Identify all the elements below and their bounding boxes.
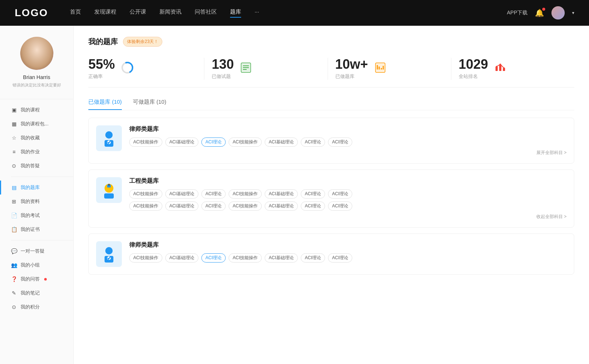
tag[interactable]: ACI基础理论 [265,201,298,211]
tags-row-2: ACI技能操作 ACI基础理论 ACI理论 ACI技能操作 ACI基础理论 AC… [129,253,567,263]
app-download-button[interactable]: APP下载 [507,10,528,16]
sidebar-divider [0,99,73,99]
accuracy-label: 正确率 [88,73,115,80]
tag[interactable]: ACI理论 [328,189,352,199]
page-title: 我的题库 [88,37,118,47]
profile-avatar[interactable] [20,37,53,70]
tab-available-banks[interactable]: 可做题库 (10) [133,99,166,110]
banks-icon [374,61,387,76]
sidebar-item-points[interactable]: ⊙ 我的积分 [11,300,73,314]
ranking-label: 全站排名 [459,73,488,80]
bank-icon-0 [96,125,122,151]
user-dropdown-arrow[interactable]: ▾ [572,10,574,15]
sidebar-item-notes[interactable]: ✎ 我的笔记 [11,286,73,300]
nav-home[interactable]: 首页 [70,8,81,18]
tag[interactable]: ACI基础理论 [265,253,298,263]
sidebar-item-questions[interactable]: ⊙ 我的答疑 [11,159,73,173]
star-icon: ☆ [11,135,17,141]
sidebar-item-my-qa[interactable]: ❓ 我的问答 [11,272,73,286]
tag[interactable]: ACI理论 [301,201,325,211]
tag[interactable]: ACI理论 [301,189,325,199]
banks-value: 10w+ [335,58,368,71]
bank-name-0: 律师类题库 [129,125,567,133]
sidebar-item-label: 我的作业 [21,149,40,155]
tag[interactable]: ACI基础理论 [165,189,198,199]
nav-quiz[interactable]: 题库 [230,8,241,18]
ranking-icon [494,61,507,76]
tag[interactable]: ACI技能操作 [129,201,162,211]
tag[interactable]: ACI技能操作 [129,138,162,147]
tag[interactable]: ACI技能操作 [229,201,262,211]
sidebar-item-label: 我的小组 [21,262,40,268]
svg-point-18 [503,67,505,69]
package-icon: ▦ [11,121,17,127]
bank-card-2: 律师类题库 ACI技能操作 ACI基础理论 ACI理论 ACI技能操作 ACI基… [88,233,574,275]
qa-icon: ❓ [11,276,17,282]
sidebar-item-exam[interactable]: 📄 我的考试 [11,208,73,222]
group-icon: 👥 [11,262,17,268]
avatar-image [551,6,565,19]
nav-open-course[interactable]: 公开课 [130,8,146,18]
sidebar-item-certificate[interactable]: 📋 我的证书 [11,222,73,236]
sidebar-item-materials[interactable]: ⊞ 我的资料 [11,195,73,208]
svg-rect-25 [108,184,110,186]
tag[interactable]: ACI理论 [301,253,325,263]
qa-notification-dot [44,278,47,281]
stat-done-banks: 10w+ 已做题库 [328,58,451,80]
sidebar-item-quiz-bank[interactable]: ▤ 我的题库 [11,181,73,195]
nav-news[interactable]: 新闻资讯 [159,8,181,18]
tab-done-banks[interactable]: 已做题库 (10) [88,99,122,110]
notification-dot [542,8,545,11]
tag[interactable]: ACI理论 [328,138,352,147]
tag[interactable]: ACI基础理论 [265,138,298,147]
notification-bell[interactable]: 🔔 [535,8,544,17]
tag[interactable]: ACI基础理论 [165,253,198,263]
tag[interactable]: ACI理论 [328,253,352,263]
sidebar-profile: Brian Harris 错误的决定比没有决定要好 [0,37,73,95]
tag[interactable]: ACI技能操作 [229,138,262,147]
sidebar-item-label: 我的收藏 [21,135,40,141]
sidebar-item-course-package[interactable]: ▦ 我的课程包... [11,117,73,131]
tag-selected[interactable]: ACI理论 [201,253,226,263]
tag[interactable]: ACI技能操作 [229,189,262,199]
tag[interactable]: ACI基础理论 [265,189,298,199]
main-content: 我的题库 体验剩余23天！ 55% 正确率 130 [74,26,589,364]
user-avatar[interactable] [551,6,565,19]
stats-row: 55% 正确率 130 已做试题 [88,58,574,88]
tag-selected[interactable]: ACI理论 [201,138,226,147]
collapse-link-1[interactable]: 收起全部科目 > [129,214,567,220]
bank-info-2: 律师类题库 ACI技能操作 ACI基础理论 ACI理论 ACI技能操作 ACI基… [129,241,567,263]
sidebar-item-group[interactable]: 👥 我的小组 [11,258,73,272]
sidebar-divider-3 [11,240,73,240]
sidebar-item-my-course[interactable]: ▣ 我的课程 [11,103,73,117]
tag[interactable]: ACI理论 [201,189,226,199]
stat-value-done: 130 已做试题 [212,58,234,80]
svg-point-17 [500,64,501,65]
tag[interactable]: ACI理论 [328,201,352,211]
expand-link-0[interactable]: 展开全部科目 > [129,150,567,156]
sidebar-item-homework[interactable]: ≡ 我的作业 [11,145,73,159]
tag[interactable]: ACI理论 [201,201,226,211]
nav-qa[interactable]: 问答社区 [195,8,217,18]
nav-more[interactable]: ··· [254,8,259,18]
bank-info-0: 律师类题库 ACI技能操作 ACI基础理论 ACI理论 ACI技能操作 ACI基… [129,125,567,156]
sidebar-item-label: 我的问答 [21,276,40,282]
tag[interactable]: ACI技能操作 [129,253,162,263]
svg-point-16 [496,66,497,67]
sidebar-item-one-on-one[interactable]: 💬 一对一答疑 [11,244,73,258]
bank-card-0: 律师类题库 ACI技能操作 ACI基础理论 ACI理论 ACI技能操作 ACI基… [88,118,574,164]
tag[interactable]: ACI基础理论 [165,201,198,211]
tag[interactable]: ACI技能操作 [229,253,262,263]
ranking-value: 1029 [459,58,488,71]
course-icon: ▣ [11,107,17,113]
svg-point-26 [105,247,113,254]
tabs-row: 已做题库 (10) 可做题库 (10) [88,99,574,110]
tag[interactable]: ACI基础理论 [165,138,198,147]
tags-row-1a: ACI技能操作 ACI基础理论 ACI理论 ACI技能操作 ACI基础理论 AC… [129,189,567,199]
sidebar-item-label: 我的笔记 [21,290,40,296]
navbar: LOGO 首页 发现课程 公开课 新闻资讯 问答社区 题库 ··· APP下载 … [0,0,589,26]
tag[interactable]: ACI技能操作 [129,189,162,199]
tag[interactable]: ACI理论 [301,138,325,147]
nav-discover[interactable]: 发现课程 [94,8,116,18]
sidebar-item-favorites[interactable]: ☆ 我的收藏 [11,131,73,145]
